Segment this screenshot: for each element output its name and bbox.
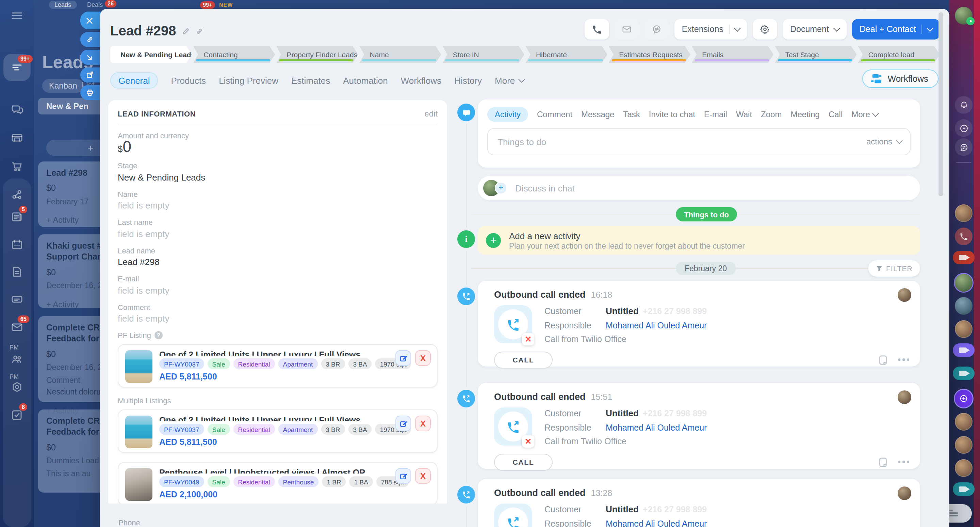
- notifications-bell-icon[interactable]: [955, 96, 972, 114]
- chat-group-avatar[interactable]: [955, 459, 972, 477]
- stage-contacting[interactable]: Contacting: [193, 46, 275, 63]
- tab-more[interactable]: More: [851, 110, 878, 119]
- extensions-dropdown[interactable]: Extensions: [675, 19, 747, 40]
- actions-dropdown[interactable]: actions: [866, 137, 902, 147]
- feed-icon[interactable]: [10, 61, 24, 74]
- note-icon[interactable]: [878, 355, 888, 365]
- stage-property-finder-leads[interactable]: Property Finder Leads: [276, 46, 358, 63]
- filter-button[interactable]: FILTER: [869, 260, 920, 276]
- todo-input[interactable]: [496, 136, 866, 147]
- video-conference-icon[interactable]: [953, 367, 975, 380]
- responsible-link[interactable]: Mohamed Ali Ouled Ameur: [606, 519, 707, 527]
- tab-comment[interactable]: Comment: [537, 110, 572, 119]
- chat-group-avatar[interactable]: [955, 436, 972, 454]
- sales-cart-icon[interactable]: [10, 160, 24, 173]
- stage-name[interactable]: Name: [360, 46, 441, 63]
- customer-value[interactable]: Untitled: [606, 306, 639, 316]
- view-kanban-toggle[interactable]: Kanban: [42, 79, 84, 93]
- market-icon[interactable]: [10, 131, 24, 144]
- discuss-in-chat-bar[interactable]: +: [478, 176, 920, 200]
- tab-email[interactable]: E-mail: [704, 110, 727, 119]
- stage-hibernate[interactable]: Hibernate: [526, 46, 608, 63]
- tab-more[interactable]: More: [495, 75, 524, 86]
- stage-test-stage[interactable]: Test Stage: [775, 46, 857, 63]
- call-chat-icon[interactable]: [955, 228, 972, 245]
- workflows-button[interactable]: Workflows: [862, 70, 939, 88]
- call-activity-card[interactable]: Outbound call ended 15:51 ✕ Customer Unt…: [478, 383, 920, 469]
- listing-card[interactable]: One of 2 Limited Units I Upper Luxury I …: [118, 344, 438, 388]
- discuss-input[interactable]: [514, 182, 915, 194]
- responsible-link[interactable]: Mohamed Ali Ouled Ameur: [606, 423, 707, 432]
- stage-value[interactable]: New & Pending Leads: [118, 171, 438, 184]
- stage-emails[interactable]: Emails: [692, 46, 773, 63]
- employees-icon[interactable]: [10, 352, 24, 366]
- tab-history[interactable]: History: [454, 75, 482, 86]
- video-conference-icon[interactable]: [953, 343, 975, 357]
- listing-edit-button[interactable]: [395, 468, 411, 484]
- call-action-button[interactable]: CALL: [494, 454, 553, 470]
- responsible-link[interactable]: Mohamed Ali Ouled Ameur: [606, 321, 707, 330]
- call-activity-card[interactable]: Outbound call ended 16:18 ✕ Customer Unt…: [478, 281, 920, 367]
- listing-edit-button[interactable]: [395, 350, 411, 366]
- call-activity-card[interactable]: Outbound call ended 13:28 ✕ Customer Unt…: [478, 479, 920, 527]
- drive-icon[interactable]: [10, 292, 24, 306]
- document-dropdown[interactable]: Document: [783, 19, 846, 40]
- more-menu-icon[interactable]: [898, 461, 909, 463]
- edit-link[interactable]: edit: [424, 109, 438, 118]
- chat-group-avatar[interactable]: [955, 413, 972, 431]
- chat-avatar[interactable]: [955, 297, 972, 315]
- video-conference-icon[interactable]: [953, 482, 975, 496]
- stage-complete-lead[interactable]: Complete lead: [858, 46, 940, 63]
- email-value[interactable]: field is empty: [118, 284, 438, 297]
- note-icon[interactable]: [878, 457, 888, 467]
- deal-contact-button[interactable]: Deal + Contact: [852, 19, 940, 40]
- tab-invite-to-chat[interactable]: Invite to chat: [649, 110, 695, 119]
- topnav-deals[interactable]: Deals: [87, 2, 103, 8]
- listing-card[interactable]: Penthouse Level | Unobstructed views | A…: [118, 462, 438, 503]
- tab-call[interactable]: Call: [829, 110, 843, 119]
- tab-workflows[interactable]: Workflows: [401, 75, 441, 86]
- edit-title-icon[interactable]: [181, 27, 189, 35]
- call-button[interactable]: [585, 19, 609, 40]
- user-avatar[interactable]: [955, 7, 972, 24]
- tab-automation[interactable]: Automation: [343, 75, 388, 86]
- copilot-icon[interactable]: [955, 119, 972, 137]
- tab-general[interactable]: General: [110, 72, 158, 89]
- settings-button[interactable]: [753, 19, 777, 40]
- hamburger-menu-icon[interactable]: [10, 9, 24, 22]
- stage-new-pending-leads[interactable]: New & Pending Leads: [110, 46, 192, 63]
- stage-store-in[interactable]: Store IN: [443, 46, 524, 63]
- lead-name-value[interactable]: Lead #298: [118, 256, 438, 268]
- tab-meeting[interactable]: Meeting: [791, 110, 819, 119]
- listing-remove-button[interactable]: X: [415, 468, 431, 484]
- topnav-leads[interactable]: Leads: [49, 1, 76, 9]
- email-button[interactable]: [614, 19, 639, 40]
- add-activity-banner[interactable]: + Add a new activity Plan your next acti…: [478, 226, 920, 255]
- listing-edit-button[interactable]: [395, 415, 411, 431]
- copilot-chat-icon[interactable]: [955, 390, 972, 407]
- comment-value[interactable]: field is empty: [118, 313, 438, 325]
- tab-wait[interactable]: Wait: [736, 110, 752, 119]
- tab-activity[interactable]: Activity: [487, 107, 528, 122]
- tab-zoom[interactable]: Zoom: [761, 110, 782, 119]
- call-action-button[interactable]: CALL: [494, 351, 553, 368]
- network-icon[interactable]: [10, 188, 24, 202]
- tab-message[interactable]: Message: [581, 110, 614, 119]
- customer-value[interactable]: Untitled: [606, 504, 639, 514]
- video-call-icon[interactable]: [953, 251, 975, 264]
- tab-products[interactable]: Products: [171, 75, 206, 86]
- name-value[interactable]: field is empty: [118, 200, 438, 212]
- feedback-button[interactable]: [644, 19, 669, 40]
- automation-hexagon-icon[interactable]: [10, 380, 24, 394]
- messenger-sync-icon[interactable]: [955, 138, 972, 156]
- listing-remove-button[interactable]: X: [415, 415, 431, 431]
- chat-group-avatar[interactable]: [955, 320, 972, 338]
- copy-title-link-icon[interactable]: [195, 27, 203, 35]
- listing-card[interactable]: One of 2 Limited Units I Upper Luxury I …: [118, 409, 438, 453]
- calendar-icon[interactable]: [10, 238, 24, 251]
- stage-estimates-requests[interactable]: Estimates Requests: [609, 46, 690, 63]
- customer-value[interactable]: Untitled: [606, 408, 639, 418]
- chat-group-avatar[interactable]: [955, 204, 972, 222]
- add-participant-icon[interactable]: +: [495, 182, 507, 194]
- documents-icon[interactable]: [10, 265, 24, 279]
